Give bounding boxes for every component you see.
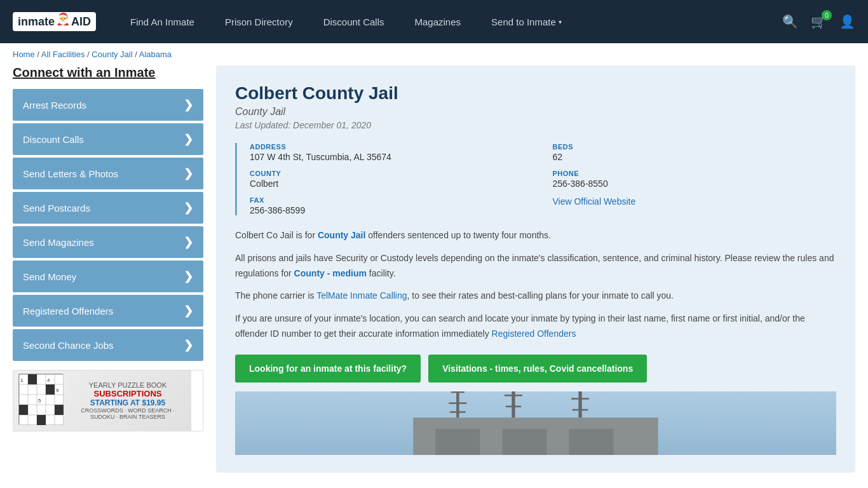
desc-para-3: The phone carrier is TelMate Inmate Call… xyxy=(235,288,836,304)
nav-prison-directory[interactable]: Prison Directory xyxy=(210,0,308,43)
phone-block: PHONE 256-386-8550 xyxy=(553,170,837,189)
desc-para-2: All prisons and jails have Security or C… xyxy=(235,251,836,281)
logo-aid-text: AID xyxy=(71,15,91,29)
telmate-link[interactable]: TelMate Inmate Calling xyxy=(316,290,407,301)
facility-type: County Jail xyxy=(235,106,836,118)
arrow-icon: ❯ xyxy=(184,338,193,352)
sidebar-item-second-chance-jobs[interactable]: Second Chance Jobs ❯ xyxy=(13,329,203,361)
sidebar-menu: Arrest Records ❯ Discount Calls ❯ Send L… xyxy=(13,89,203,361)
svg-rect-11 xyxy=(19,405,28,415)
svg-rect-13 xyxy=(37,415,46,425)
svg-text:4: 4 xyxy=(47,377,50,383)
sidebar-ad[interactable]: 1 4 9 5 YEARLY PUZZLE BOOK SUBSCRIPTIONS… xyxy=(13,370,203,431)
visitation-button[interactable]: Visitations - times, rules, Covid cancel… xyxy=(428,355,647,383)
desc-para-4: If you are unsure of your inmate's locat… xyxy=(235,311,836,342)
send-to-inmate-arrow-icon: ▾ xyxy=(559,18,562,25)
county-medium-link[interactable]: County - medium xyxy=(294,268,367,278)
find-inmate-button[interactable]: Looking for an inmate at this facility? xyxy=(235,355,421,383)
sidebar-item-arrest-records[interactable]: Arrest Records ❯ xyxy=(13,89,203,121)
nav-find-inmate[interactable]: Find An Inmate xyxy=(115,0,210,43)
sidebar-item-send-letters[interactable]: Send Letters & Photos ❯ xyxy=(13,158,203,189)
cart-button[interactable]: 🛒 0 xyxy=(811,14,827,29)
logo-inmate-text: inmate xyxy=(18,15,55,29)
county-label: COUNTY xyxy=(250,170,534,177)
arrow-icon: ❯ xyxy=(184,235,193,249)
svg-rect-10 xyxy=(46,384,55,395)
navbar: inmate 🎅 AID Find An Inmate Prison Direc… xyxy=(0,0,868,43)
arrow-icon: ❯ xyxy=(184,201,193,215)
fax-block: FAX 256-386-8599 xyxy=(250,196,534,215)
nav-magazines[interactable]: Magazines xyxy=(400,0,477,43)
svg-text:9: 9 xyxy=(56,388,59,393)
nav-links: Find An Inmate Prison Directory Discount… xyxy=(115,0,782,43)
breadcrumb: Home / All Facilities / County Jail / Al… xyxy=(0,43,868,65)
arrow-icon: ❯ xyxy=(184,304,193,318)
address-label: ADDRESS xyxy=(250,143,534,151)
cart-badge: 0 xyxy=(822,10,832,20)
search-button[interactable]: 🔍 xyxy=(782,14,798,29)
arrow-icon: ❯ xyxy=(184,132,193,146)
beds-label: BEDS xyxy=(553,143,837,151)
nav-send-to-inmate[interactable]: Send to Inmate ▾ xyxy=(476,0,577,43)
sidebar-item-registered-offenders[interactable]: Registered Offenders ❯ xyxy=(13,295,203,327)
address-value: 107 W 4th St, Tuscumbia, AL 35674 xyxy=(250,152,534,162)
breadcrumb-state[interactable]: Alabama xyxy=(139,50,172,59)
sidebar-item-send-magazines[interactable]: Send Magazines ❯ xyxy=(13,226,203,258)
website-link[interactable]: View Official Website xyxy=(553,196,636,207)
county-value: Colbert xyxy=(250,179,534,189)
facility-image xyxy=(235,391,836,455)
svg-rect-9 xyxy=(28,374,37,384)
fax-label: FAX xyxy=(250,196,534,204)
svg-rect-12 xyxy=(55,405,64,415)
nav-icons: 🔍 🛒 0 👤 xyxy=(782,14,855,29)
facility-description: Colbert Co Jail is for County Jail offen… xyxy=(235,228,836,342)
registered-offenders-link[interactable]: Registered Offenders xyxy=(492,329,576,339)
facility-name: Colbert County Jail xyxy=(235,83,836,104)
beds-value: 62 xyxy=(553,152,837,162)
svg-rect-20 xyxy=(435,429,480,455)
facility-content: Colbert County Jail County Jail Last Upd… xyxy=(216,65,855,473)
address-block: ADDRESS 107 W 4th St, Tuscumbia, AL 3567… xyxy=(250,143,534,162)
svg-text:1: 1 xyxy=(20,377,24,383)
sidebar-item-send-postcards[interactable]: Send Postcards ❯ xyxy=(13,192,203,224)
nav-discount-calls[interactable]: Discount Calls xyxy=(308,0,400,43)
sidebar: Connect with an Inmate Arrest Records ❯ … xyxy=(13,65,203,473)
county-jail-link[interactable]: County Jail xyxy=(318,230,365,240)
svg-rect-21 xyxy=(502,429,546,455)
phone-value: 256-386-8550 xyxy=(553,179,837,189)
sidebar-title: Connect with an Inmate xyxy=(13,65,203,80)
arrow-icon: ❯ xyxy=(184,98,193,112)
arrow-icon: ❯ xyxy=(184,269,193,283)
svg-text:5: 5 xyxy=(38,398,41,403)
ad-text: YEARLY PUZZLE BOOK SUBSCRIPTIONS STARTIN… xyxy=(71,381,185,420)
sidebar-item-send-money[interactable]: Send Money ❯ xyxy=(13,261,203,292)
svg-rect-22 xyxy=(569,429,614,455)
phone-label: PHONE xyxy=(553,170,837,177)
facility-updated: Last Updated: December 01, 2020 xyxy=(235,120,836,130)
logo-hat-icon: 🎅 xyxy=(56,12,70,26)
facility-info-grid: ADDRESS 107 W 4th St, Tuscumbia, AL 3567… xyxy=(235,143,836,215)
county-block: COUNTY Colbert xyxy=(250,170,534,189)
main-layout: Connect with an Inmate Arrest Records ❯ … xyxy=(0,65,868,485)
breadcrumb-all-facilities[interactable]: All Facilities xyxy=(41,50,85,59)
ad-puzzle-grid: 1 4 9 5 xyxy=(18,374,63,424)
sidebar-item-discount-calls[interactable]: Discount Calls ❯ xyxy=(13,123,203,155)
arrow-icon: ❯ xyxy=(184,166,193,180)
account-button[interactable]: 👤 xyxy=(839,14,855,29)
website-block: View Official Website xyxy=(553,196,837,215)
breadcrumb-home[interactable]: Home xyxy=(13,50,35,59)
breadcrumb-county-jail[interactable]: County Jail xyxy=(92,50,132,59)
action-buttons: Looking for an inmate at this facility? … xyxy=(235,355,836,383)
beds-block: BEDS 62 xyxy=(553,143,837,162)
logo[interactable]: inmate 🎅 AID xyxy=(13,12,96,31)
fax-value: 256-386-8599 xyxy=(250,205,534,215)
desc-para-1: Colbert Co Jail is for County Jail offen… xyxy=(235,228,836,243)
